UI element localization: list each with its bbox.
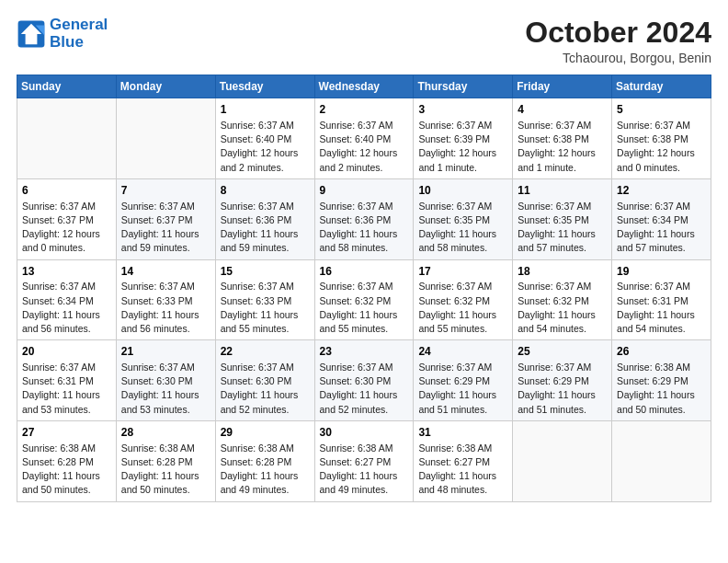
day-number: 9: [320, 183, 409, 199]
table-row: 28Sunrise: 6:38 AMSunset: 6:28 PMDayligh…: [116, 420, 215, 501]
day-number: 25: [518, 344, 607, 360]
table-row: 13Sunrise: 6:37 AMSunset: 6:34 PMDayligh…: [17, 259, 117, 340]
table-row: 23Sunrise: 6:37 AMSunset: 6:30 PMDayligh…: [314, 340, 414, 421]
calendar-week-row: 20Sunrise: 6:37 AMSunset: 6:31 PMDayligh…: [17, 340, 711, 421]
day-number: 1: [221, 102, 310, 118]
table-row: [513, 420, 612, 501]
day-info: Sunrise: 6:38 AMSunset: 6:28 PMDaylight:…: [121, 442, 210, 498]
table-row: 3Sunrise: 6:37 AMSunset: 6:39 PMDaylight…: [414, 98, 513, 179]
day-info: Sunrise: 6:37 AMSunset: 6:32 PMDaylight:…: [320, 280, 409, 336]
location-title: Tchaourou, Borgou, Benin: [525, 51, 711, 65]
day-number: 3: [418, 102, 507, 118]
day-info: Sunrise: 6:37 AMSunset: 6:30 PMDaylight:…: [320, 361, 409, 417]
table-row: 17Sunrise: 6:37 AMSunset: 6:32 PMDayligh…: [414, 259, 513, 340]
day-info: Sunrise: 6:37 AMSunset: 6:33 PMDaylight:…: [121, 280, 210, 336]
table-row: 14Sunrise: 6:37 AMSunset: 6:33 PMDayligh…: [116, 259, 215, 340]
day-info: Sunrise: 6:37 AMSunset: 6:32 PMDaylight:…: [418, 280, 507, 336]
day-info: Sunrise: 6:37 AMSunset: 6:40 PMDaylight:…: [221, 119, 310, 175]
col-monday: Monday: [116, 75, 215, 98]
day-number: 13: [22, 264, 111, 280]
table-row: 10Sunrise: 6:37 AMSunset: 6:35 PMDayligh…: [414, 178, 513, 259]
day-number: 23: [320, 344, 409, 360]
table-row: 15Sunrise: 6:37 AMSunset: 6:33 PMDayligh…: [215, 259, 314, 340]
day-info: Sunrise: 6:37 AMSunset: 6:34 PMDaylight:…: [617, 200, 706, 256]
col-wednesday: Wednesday: [314, 75, 414, 98]
day-info: Sunrise: 6:38 AMSunset: 6:27 PMDaylight:…: [320, 442, 409, 498]
day-number: 30: [320, 425, 409, 441]
day-info: Sunrise: 6:37 AMSunset: 6:35 PMDaylight:…: [418, 200, 507, 256]
day-info: Sunrise: 6:38 AMSunset: 6:28 PMDaylight:…: [221, 442, 310, 498]
table-row: [612, 420, 711, 501]
table-row: 20Sunrise: 6:37 AMSunset: 6:31 PMDayligh…: [17, 340, 117, 421]
table-row: 18Sunrise: 6:37 AMSunset: 6:32 PMDayligh…: [513, 259, 612, 340]
col-friday: Friday: [513, 75, 612, 98]
logo-line2: Blue: [50, 34, 108, 52]
day-number: 29: [221, 425, 310, 441]
day-info: Sunrise: 6:37 AMSunset: 6:37 PMDaylight:…: [121, 200, 210, 256]
table-row: 2Sunrise: 6:37 AMSunset: 6:40 PMDaylight…: [314, 98, 414, 179]
logo: General Blue: [17, 17, 108, 51]
day-number: 31: [418, 425, 507, 441]
month-title: October 2024: [525, 17, 711, 49]
day-info: Sunrise: 6:37 AMSunset: 6:29 PMDaylight:…: [518, 361, 607, 417]
day-info: Sunrise: 6:37 AMSunset: 6:32 PMDaylight:…: [518, 280, 607, 336]
calendar-header-row: Sunday Monday Tuesday Wednesday Thursday…: [17, 75, 711, 98]
calendar-table: Sunday Monday Tuesday Wednesday Thursday…: [17, 75, 711, 501]
day-number: 20: [22, 344, 111, 360]
day-info: Sunrise: 6:37 AMSunset: 6:38 PMDaylight:…: [617, 119, 706, 175]
day-number: 28: [121, 425, 210, 441]
day-number: 12: [617, 183, 706, 199]
day-info: Sunrise: 6:37 AMSunset: 6:36 PMDaylight:…: [221, 200, 310, 256]
day-number: 21: [121, 344, 210, 360]
header: General Blue October 2024 Tchaourou, Bor…: [17, 17, 711, 65]
day-number: 19: [617, 264, 706, 280]
col-saturday: Saturday: [612, 75, 711, 98]
day-number: 27: [22, 425, 111, 441]
title-block: October 2024 Tchaourou, Borgou, Benin: [525, 17, 711, 65]
day-info: Sunrise: 6:37 AMSunset: 6:29 PMDaylight:…: [418, 361, 507, 417]
calendar-week-row: 1Sunrise: 6:37 AMSunset: 6:40 PMDaylight…: [17, 98, 711, 179]
day-info: Sunrise: 6:37 AMSunset: 6:30 PMDaylight:…: [221, 361, 310, 417]
table-row: [17, 98, 117, 179]
table-row: 12Sunrise: 6:37 AMSunset: 6:34 PMDayligh…: [612, 178, 711, 259]
day-number: 7: [121, 183, 210, 199]
day-number: 4: [518, 102, 607, 118]
day-number: 17: [418, 264, 507, 280]
day-info: Sunrise: 6:37 AMSunset: 6:38 PMDaylight:…: [518, 119, 607, 175]
table-row: 5Sunrise: 6:37 AMSunset: 6:38 PMDaylight…: [612, 98, 711, 179]
day-number: 14: [121, 264, 210, 280]
day-number: 11: [518, 183, 607, 199]
day-info: Sunrise: 6:37 AMSunset: 6:30 PMDaylight:…: [121, 361, 210, 417]
day-number: 10: [418, 183, 507, 199]
day-info: Sunrise: 6:38 AMSunset: 6:29 PMDaylight:…: [617, 361, 706, 417]
table-row: 6Sunrise: 6:37 AMSunset: 6:37 PMDaylight…: [17, 178, 117, 259]
table-row: 1Sunrise: 6:37 AMSunset: 6:40 PMDaylight…: [215, 98, 314, 179]
table-row: 8Sunrise: 6:37 AMSunset: 6:36 PMDaylight…: [215, 178, 314, 259]
page: General Blue October 2024 Tchaourou, Bor…: [0, 0, 728, 563]
table-row: 31Sunrise: 6:38 AMSunset: 6:27 PMDayligh…: [414, 420, 513, 501]
day-number: 22: [221, 344, 310, 360]
day-number: 2: [320, 102, 409, 118]
day-number: 15: [221, 264, 310, 280]
day-number: 16: [320, 264, 409, 280]
table-row: 30Sunrise: 6:38 AMSunset: 6:27 PMDayligh…: [314, 420, 414, 501]
table-row: 21Sunrise: 6:37 AMSunset: 6:30 PMDayligh…: [116, 340, 215, 421]
day-number: 5: [617, 102, 706, 118]
table-row: 7Sunrise: 6:37 AMSunset: 6:37 PMDaylight…: [116, 178, 215, 259]
col-sunday: Sunday: [17, 75, 117, 98]
table-row: 29Sunrise: 6:38 AMSunset: 6:28 PMDayligh…: [215, 420, 314, 501]
day-info: Sunrise: 6:37 AMSunset: 6:40 PMDaylight:…: [320, 119, 409, 175]
day-info: Sunrise: 6:37 AMSunset: 6:39 PMDaylight:…: [418, 119, 507, 175]
calendar-week-row: 13Sunrise: 6:37 AMSunset: 6:34 PMDayligh…: [17, 259, 711, 340]
col-tuesday: Tuesday: [215, 75, 314, 98]
table-row: 19Sunrise: 6:37 AMSunset: 6:31 PMDayligh…: [612, 259, 711, 340]
day-info: Sunrise: 6:37 AMSunset: 6:31 PMDaylight:…: [617, 280, 706, 336]
table-row: 25Sunrise: 6:37 AMSunset: 6:29 PMDayligh…: [513, 340, 612, 421]
logo-line1: General: [50, 17, 108, 34]
day-info: Sunrise: 6:37 AMSunset: 6:34 PMDaylight:…: [22, 280, 111, 336]
table-row: 4Sunrise: 6:37 AMSunset: 6:38 PMDaylight…: [513, 98, 612, 179]
day-number: 26: [617, 344, 706, 360]
table-row: 26Sunrise: 6:38 AMSunset: 6:29 PMDayligh…: [612, 340, 711, 421]
day-number: 8: [221, 183, 310, 199]
col-thursday: Thursday: [414, 75, 513, 98]
